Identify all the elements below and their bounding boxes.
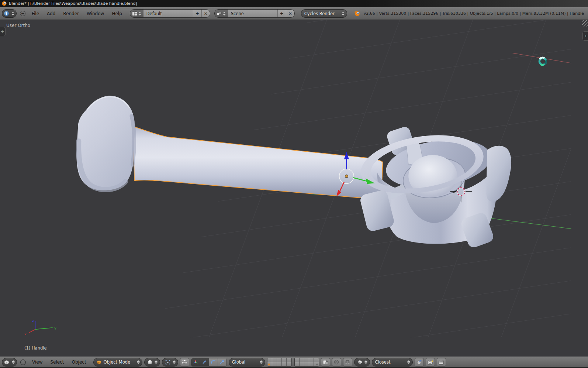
lock-to-scene-button[interactable] [321, 358, 330, 367]
layer-cell[interactable] [287, 358, 291, 362]
shaft[interactable] [133, 127, 383, 200]
mode-select[interactable]: Object Mode [93, 358, 142, 367]
editor-type-spinner[interactable] [11, 12, 14, 16]
layout-icon [132, 11, 137, 16]
viewport-3d[interactable]: z y x User Ortho (1) Handle + + [0, 20, 588, 357]
properties-shelf-open-tab[interactable]: + [582, 31, 588, 41]
title-bar: Blender* [F:\Blender Files\Weapons\Blade… [0, 0, 588, 7]
delete-scene-button[interactable]: ✕ [286, 10, 294, 17]
active-layer-dot [268, 364, 270, 365]
scale-icon [219, 360, 225, 365]
snap-self-icon [416, 360, 422, 365]
layer-cell[interactable] [304, 362, 309, 366]
delete-layout-button[interactable]: ✕ [201, 10, 210, 17]
layout-spinner[interactable] [138, 12, 142, 16]
menu-add[interactable]: Add [44, 11, 58, 16]
manipulator-buttons [191, 358, 227, 367]
orientation-value: Global [232, 360, 246, 365]
transform-orientation-select[interactable]: Global [229, 358, 265, 367]
editor-type-spinner-3d[interactable] [11, 360, 15, 364]
proportional-edit-button[interactable] [332, 358, 341, 367]
viewport-shading-select[interactable] [144, 358, 160, 367]
translate-manipulator-button[interactable] [200, 358, 209, 366]
layer-cell[interactable] [295, 358, 300, 362]
screen-layout-button[interactable] [130, 10, 143, 17]
editor-type-selector[interactable]: i [2, 9, 17, 18]
layer-cell[interactable] [282, 362, 287, 366]
menu-window[interactable]: Window [84, 11, 107, 16]
layer-cell[interactable] [277, 358, 282, 362]
layer-group-2[interactable] [294, 358, 319, 367]
model-blade-handle[interactable] [76, 96, 511, 249]
screen-layout-browser: Default + ✕ [130, 9, 210, 18]
layer-group-1[interactable] [267, 358, 292, 367]
manipulator-toggle-button[interactable] [191, 358, 200, 366]
magnet-icon [345, 360, 350, 365]
layer-cell[interactable] [267, 358, 272, 362]
mode-value: Object Mode [104, 360, 130, 365]
rotate-manipulator-button[interactable] [209, 358, 218, 366]
scene-lock-icon [323, 360, 328, 365]
layer-cell[interactable] [309, 362, 314, 366]
engine-spinner [342, 12, 345, 16]
layer-cell[interactable] [309, 358, 314, 362]
scene-name[interactable]: Scene [228, 10, 277, 17]
info-editor-icon: i [4, 11, 9, 16]
collapse-menus-toggle-3d[interactable]: − [20, 360, 26, 365]
opengl-render-anim-button[interactable] [437, 358, 446, 367]
menu-select[interactable]: Select [47, 360, 67, 365]
opengl-render-button[interactable] [426, 358, 435, 367]
editor-type-selector-3d[interactable] [2, 358, 17, 367]
menu-object[interactable]: Object [69, 360, 89, 365]
layer-cell-occupied[interactable] [314, 362, 319, 366]
render-engine-select[interactable]: Cycles Render [301, 9, 347, 18]
snap-toggle-button[interactable] [343, 358, 352, 367]
layer-cell[interactable] [287, 362, 291, 366]
active-object-label: (1) Handle [24, 345, 47, 351]
grid-y-axis-line-2 [486, 218, 571, 229]
layer-cell[interactable] [282, 358, 287, 362]
layer-cell[interactable] [300, 362, 304, 366]
layer-occupied-dot [316, 364, 318, 365]
collapse-menus-toggle[interactable]: − [20, 11, 25, 16]
view-name-label: User Ortho [6, 23, 30, 28]
render-engine-value: Cycles Render [304, 11, 335, 16]
menu-view[interactable]: View [29, 360, 45, 365]
scale-manipulator-button[interactable] [218, 358, 226, 366]
scene-button[interactable] [215, 10, 228, 17]
layer-cell[interactable] [272, 362, 277, 366]
scene-icon [217, 11, 222, 16]
object-origin-dot [345, 175, 348, 178]
pommel[interactable] [76, 96, 135, 190]
layer-cell[interactable] [272, 358, 277, 362]
manipulate-centers-toggle[interactable] [180, 358, 189, 367]
guard-cup[interactable] [359, 125, 511, 249]
snap-target-select[interactable]: Closest [372, 358, 413, 367]
scene-spinner[interactable] [223, 12, 226, 16]
info-header: i − File Add Render Window Help Default … [0, 7, 588, 20]
add-layout-button[interactable]: + [193, 10, 201, 17]
layers-widget [267, 358, 319, 367]
centers-icon [181, 360, 187, 365]
menu-help[interactable]: Help [109, 11, 125, 16]
layer-cell-active[interactable] [267, 362, 272, 366]
layer-cell[interactable] [314, 358, 319, 362]
layer-cell[interactable] [300, 358, 304, 362]
add-scene-button[interactable]: + [277, 10, 286, 17]
clapperboard-icon [438, 360, 445, 365]
view3d-header: − View Select Object Object Mode [0, 357, 588, 368]
pivot-point-select[interactable] [162, 358, 178, 367]
window-title: Blender* [F:\Blender Files\Weapons\Blade… [9, 1, 137, 6]
tool-shelf-open-tab[interactable]: + [0, 27, 6, 36]
snap-element-select[interactable] [354, 358, 370, 367]
menu-render[interactable]: Render [60, 11, 82, 16]
snap-self-button[interactable] [415, 358, 424, 367]
mini-axis-gizmo: z y x [24, 319, 56, 336]
layer-cell[interactable] [304, 358, 309, 362]
layer-cell[interactable] [295, 362, 300, 366]
layer-cell[interactable] [277, 362, 282, 366]
area-corner-grip[interactable] [582, 20, 588, 27]
menu-file[interactable]: File [29, 11, 42, 16]
screen-layout-name[interactable]: Default [143, 10, 193, 17]
torus-object[interactable] [539, 58, 546, 65]
